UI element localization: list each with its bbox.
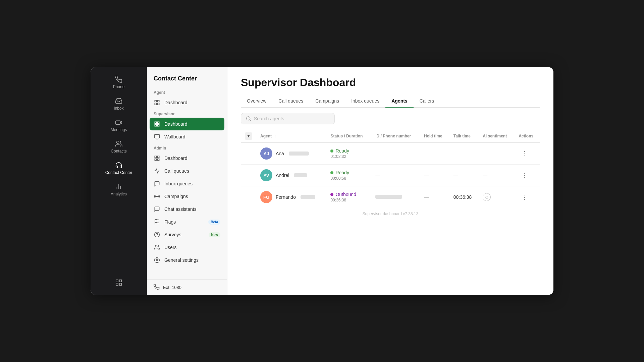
settings-icon <box>154 257 160 263</box>
agent-name-ana: Ana <box>276 151 284 156</box>
search-icon <box>246 116 251 121</box>
svg-rect-7 <box>119 283 121 285</box>
wallboard-icon <box>154 133 160 140</box>
rail-label-analytics: Analytics <box>111 192 127 196</box>
hold-time-ana: — <box>424 151 429 156</box>
more-button-fernando[interactable]: ⋮ <box>519 192 530 202</box>
sidebar-item-inbox-queues[interactable]: Inbox queues <box>147 177 227 190</box>
col-ai-sentiment: AI sentiment <box>479 130 515 143</box>
id-phone-fernando <box>375 195 402 199</box>
tab-callers[interactable]: Callers <box>414 95 440 108</box>
col-status: Status / Duration <box>326 130 371 143</box>
svg-point-28 <box>155 245 157 247</box>
col-id-phone: ID / Phone number <box>371 130 420 143</box>
call-queues-icon <box>154 168 160 174</box>
tab-inbox-queues[interactable]: Inbox queues <box>345 95 385 108</box>
rail-label-contacts: Contacts <box>111 149 126 154</box>
more-button-ana[interactable]: ⋮ <box>519 148 530 159</box>
agent-name-andrei: Andrei <box>276 173 289 178</box>
tab-campaigns[interactable]: Campaigns <box>309 95 345 108</box>
col-agent: Agent ↑ <box>256 130 326 143</box>
status-dot-fernando <box>330 193 333 196</box>
svg-rect-6 <box>119 280 121 282</box>
status-cell-ana: Ready 01:02:32 <box>330 148 367 159</box>
tab-overview[interactable]: Overview <box>241 95 272 108</box>
sidebar-section-admin: Admin <box>147 143 227 152</box>
svg-point-1 <box>117 141 119 143</box>
status-dot-ana <box>330 149 333 153</box>
rail-grid-button[interactable] <box>91 276 147 290</box>
more-button-andrei[interactable]: ⋮ <box>519 170 530 180</box>
rail-label-phone: Phone <box>113 84 125 89</box>
phone-footer-icon <box>154 284 160 290</box>
sidebar-item-surveys[interactable]: Surveys New <box>147 228 227 241</box>
status-label-andrei: Ready <box>330 170 367 175</box>
chat-icon <box>154 206 160 213</box>
sidebar-item-campaigns[interactable]: Campaigns <box>147 190 227 203</box>
svg-rect-12 <box>155 103 156 105</box>
svg-rect-22 <box>158 159 159 161</box>
svg-point-29 <box>156 259 158 261</box>
sidebar-label-users: Users <box>164 245 177 250</box>
rail-item-contacts[interactable]: Contacts <box>91 137 147 157</box>
agents-table-wrap: ▼ Agent ↑ Status / Duration ID / Phone n… <box>227 124 553 295</box>
search-input[interactable] <box>254 116 330 121</box>
footer-ext-label: Ext. 1080 <box>163 285 181 290</box>
agent-name-cell-ana: AJ Ana <box>260 147 322 160</box>
sidebar-item-supervisor-dashboard[interactable]: Dashboard <box>150 118 224 130</box>
rail-label-contact-center: Contact Center <box>105 170 132 175</box>
sidebar-label-inbox-queues: Inbox queues <box>164 181 193 186</box>
sidebar-item-users[interactable]: Users <box>147 241 227 254</box>
talk-time-fernando: 00:36:38 <box>449 186 479 208</box>
sidebar-label-agent-dashboard: Dashboard <box>164 100 187 105</box>
sidebar-label-call-queues: Call queues <box>164 168 189 174</box>
svg-rect-20 <box>155 156 156 158</box>
rail-item-inbox[interactable]: Inbox <box>91 94 147 114</box>
main-header: Supervisor Dashboard Overview Call queue… <box>227 67 553 108</box>
flag-icon <box>154 219 160 225</box>
sort-icon[interactable]: ↑ <box>274 134 276 138</box>
agent-name-fernando: Fernando <box>276 194 296 200</box>
sidebar-item-flags[interactable]: Flags Beta <box>147 216 227 228</box>
svg-rect-5 <box>116 280 118 282</box>
filter-chevron-icon[interactable]: ▼ <box>245 132 252 140</box>
svg-rect-14 <box>158 122 159 123</box>
search-bar[interactable] <box>241 113 335 124</box>
sidebar-item-admin-dashboard[interactable]: Dashboard <box>147 152 227 165</box>
rail-item-phone[interactable]: Phone <box>91 72 147 93</box>
rail-item-meetings[interactable]: Meetings <box>91 115 147 135</box>
sidebar-item-agent-dashboard[interactable]: Dashboard <box>147 96 227 109</box>
tab-call-queues[interactable]: Call queues <box>272 95 309 108</box>
sidebar-item-call-queues[interactable]: Call queues <box>147 165 227 177</box>
col-actions: Actions <box>515 130 540 143</box>
svg-rect-10 <box>158 100 159 102</box>
sidebar-section-agent: Agent <box>147 87 227 96</box>
tab-agents[interactable]: Agents <box>385 95 413 108</box>
agent-name-cell-fernando: FG Fernando <box>260 191 322 203</box>
main-content: Supervisor Dashboard Overview Call queue… <box>227 67 553 295</box>
status-cell-fernando: Outbound 00:36:38 <box>330 192 367 202</box>
sidebar-title: Contact Center <box>147 67 227 87</box>
ai-sentiment-fernando: ☺ <box>483 193 491 201</box>
svg-rect-17 <box>155 134 160 138</box>
table-row: FG Fernando Outbound 00: <box>241 186 540 208</box>
id-phone-ana: — <box>375 151 380 156</box>
svg-rect-9 <box>155 100 156 102</box>
ai-sentiment-ana: — <box>483 151 487 156</box>
sidebar-item-general-settings[interactable]: General settings <box>147 254 227 266</box>
status-label-ana: Ready <box>330 148 367 154</box>
sidebar-item-wallboard[interactable]: Wallboard <box>147 130 227 143</box>
app-window: Phone Inbox Meetings Contacts Contact Ce… <box>91 67 553 295</box>
rail-item-analytics[interactable]: Analytics <box>91 180 147 200</box>
svg-rect-0 <box>116 121 120 124</box>
sidebar-item-chat-assistants[interactable]: Chat assistants <box>147 203 227 216</box>
rail-item-contact-center[interactable]: Contact Center <box>91 158 147 178</box>
agent-name-blur-ana <box>289 152 309 156</box>
avatar-fernando: FG <box>260 191 272 203</box>
campaigns-icon <box>154 193 160 200</box>
sidebar-label-chat-assistants: Chat assistants <box>164 206 197 212</box>
svg-point-30 <box>247 117 250 120</box>
agents-table: ▼ Agent ↑ Status / Duration ID / Phone n… <box>241 130 540 208</box>
status-duration-ana: 01:02:32 <box>330 154 367 159</box>
flags-badge: Beta <box>208 220 220 225</box>
